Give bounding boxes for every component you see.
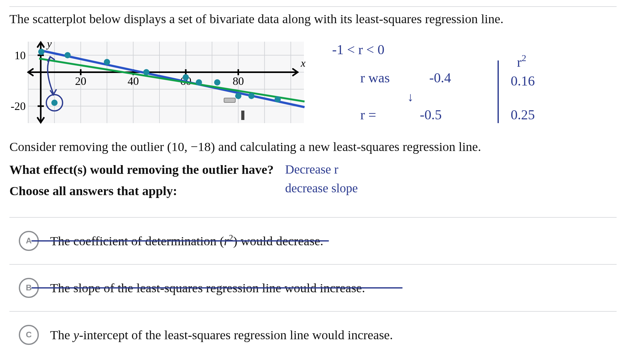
arrow-down-icon: ↓ <box>407 90 414 104</box>
svg-point-26 <box>65 52 71 59</box>
choice-c-letter: C <box>19 325 39 345</box>
choice-b[interactable]: B The slope of the least-squares regress… <box>9 265 617 312</box>
note-r-new-value: -0.5 <box>420 107 442 122</box>
caret-icon <box>241 111 244 120</box>
note-rsq-was: 0.16 <box>511 73 535 89</box>
ytick-neg20: -20 <box>11 100 26 112</box>
y-axis-label: y <box>46 38 52 49</box>
svg-point-32 <box>235 93 242 99</box>
choice-b-letter: B <box>19 278 39 298</box>
svg-point-34 <box>274 96 281 102</box>
handwritten-notes: -1 < r < 0 r was -0.4 ↓ r = -0.5 r2 0.16… <box>329 35 626 129</box>
note-rsq-label: r2 <box>517 53 526 70</box>
scatterplot-figure: 20 40 60 80 10 -20 y x <box>9 35 316 129</box>
choice-a-letter: A <box>19 231 39 251</box>
svg-point-31 <box>214 79 220 86</box>
handnote-decrease-r: Decrease r <box>285 162 338 177</box>
handnote-decrease-slope: decrease slope <box>285 181 358 195</box>
ytick-10: 10 <box>14 49 26 62</box>
choice-a[interactable]: A The coefficient of determination (r2) … <box>9 218 617 265</box>
svg-point-27 <box>104 59 110 65</box>
xtick-40: 40 <box>128 75 139 87</box>
note-r-was-value: -0.4 <box>429 70 451 86</box>
xtick-20: 20 <box>75 75 86 87</box>
intro-text: The scatterplot below displays a set of … <box>9 6 617 33</box>
note-r-new-label: r = <box>360 107 376 122</box>
svg-point-28 <box>143 69 149 75</box>
answer-choices: A The coefficient of determination (r2) … <box>9 217 617 358</box>
svg-point-24 <box>38 49 44 55</box>
cursor-icon <box>224 98 235 102</box>
consider-text: Consider removing the outlier (10, −18) … <box>9 138 617 155</box>
svg-point-29 <box>183 74 189 81</box>
svg-point-33 <box>248 93 254 99</box>
note-r-was-label: r was <box>360 70 390 86</box>
xtick-80: 80 <box>233 75 244 87</box>
svg-point-25 <box>51 100 58 106</box>
note-r-range: -1 < r < 0 <box>332 42 384 57</box>
x-axis-label: x <box>300 57 305 69</box>
choice-c[interactable]: C The y-intercept of the least-squares r… <box>9 312 617 358</box>
note-rsq-new: 0.25 <box>511 107 535 122</box>
svg-point-30 <box>196 79 202 86</box>
